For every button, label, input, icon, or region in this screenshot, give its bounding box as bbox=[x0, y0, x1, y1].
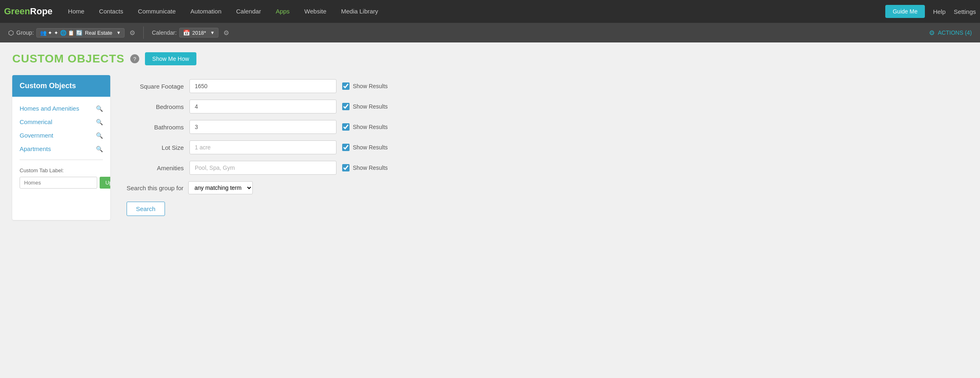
toolbar-divider bbox=[143, 27, 144, 39]
nav-help[interactable]: Help bbox=[933, 8, 946, 15]
checkbox-wrap-bedrooms[interactable]: Show Results bbox=[342, 103, 388, 110]
page-title: CUSTOM OBJECTS bbox=[12, 52, 125, 65]
nav-communicate[interactable]: Communicate bbox=[131, 0, 183, 23]
show-results-label-amenities: Show Results bbox=[353, 165, 388, 171]
sidebar-item-homes[interactable]: Homes and Amenities 🔍 bbox=[12, 102, 110, 115]
form-row-amenities: Amenities Show Results bbox=[127, 161, 960, 175]
sidebar-items: Homes and Amenities 🔍 Commerical 🔍 Gover… bbox=[12, 97, 110, 200]
show-me-how-button[interactable]: Show Me How bbox=[145, 52, 196, 65]
main-layout: Custom Objects Homes and Amenities 🔍 Com… bbox=[12, 75, 968, 220]
logo[interactable]: GreenRope bbox=[4, 6, 53, 17]
nav-apps[interactable]: Apps bbox=[268, 0, 297, 23]
label-bedrooms: Bedrooms bbox=[127, 103, 184, 110]
sidebar-search-icon-apartments: 🔍 bbox=[96, 146, 103, 152]
custom-tab-label: Custom Tab Label: bbox=[20, 167, 103, 173]
group-nodes-icon: ⬡ bbox=[8, 29, 14, 37]
search-group-label: Search this group for bbox=[127, 185, 183, 191]
checkbox-lot-size[interactable] bbox=[342, 144, 350, 151]
custom-tab-row: Update bbox=[20, 177, 103, 189]
show-results-label-bedrooms: Show Results bbox=[353, 103, 388, 110]
sidebar: Custom Objects Homes and Amenities 🔍 Com… bbox=[12, 75, 110, 220]
group-label: Group: bbox=[16, 29, 34, 36]
input-square-footage[interactable] bbox=[189, 79, 336, 93]
sidebar-search-icon-homes: 🔍 bbox=[96, 105, 103, 112]
checkbox-wrap-amenities[interactable]: Show Results bbox=[342, 164, 388, 171]
sidebar-divider bbox=[20, 160, 103, 160]
group-icons: 👥 ✦ ✦ 🌐 📋 🔄 bbox=[40, 30, 82, 36]
show-results-label-bathrooms: Show Results bbox=[353, 124, 388, 130]
form-row-bedrooms: Bedrooms Show Results bbox=[127, 100, 960, 113]
label-lot-size: Lot Size bbox=[127, 144, 184, 151]
actions-gear-icon: ⚙ bbox=[929, 29, 935, 37]
calendar-select[interactable]: 📅 2018* ▼ bbox=[179, 28, 218, 38]
form-row-square-footage: Square Footage Show Results bbox=[127, 79, 960, 93]
calendar-label: Calendar: bbox=[152, 29, 177, 36]
custom-tab-section: Custom Tab Label: Update bbox=[12, 164, 110, 195]
group-selector-wrap: ⬡ Group: 👥 ✦ ✦ 🌐 📋 🔄 Real Estate ▼ ⚙ bbox=[8, 28, 135, 38]
form-row-lot-size: Lot Size Show Results bbox=[127, 140, 960, 154]
custom-tab-input[interactable] bbox=[20, 177, 97, 189]
nav-website[interactable]: Website bbox=[297, 0, 334, 23]
form-row-bathrooms: Bathrooms Show Results bbox=[127, 120, 960, 134]
checkbox-bathrooms[interactable] bbox=[342, 123, 350, 131]
nav-right: Help Settings bbox=[933, 8, 976, 15]
nav-settings[interactable]: Settings bbox=[954, 8, 976, 15]
actions-label: ACTIONS (4) bbox=[938, 29, 972, 36]
group-chevron-icon: ▼ bbox=[116, 30, 121, 35]
checkbox-bedrooms[interactable] bbox=[342, 103, 350, 110]
sidebar-item-government-label: Government bbox=[20, 132, 53, 139]
sidebar-header: Custom Objects bbox=[12, 75, 110, 97]
sidebar-item-apartments-label: Apartments bbox=[20, 145, 51, 152]
sidebar-item-commerical[interactable]: Commerical 🔍 bbox=[12, 115, 110, 129]
show-results-label-lot-size: Show Results bbox=[353, 144, 388, 151]
input-bathrooms[interactable] bbox=[189, 120, 336, 134]
group-select[interactable]: 👥 ✦ ✦ 🌐 📋 🔄 Real Estate ▼ bbox=[36, 28, 125, 38]
checkbox-wrap-bathrooms[interactable]: Show Results bbox=[342, 123, 388, 131]
nav-home[interactable]: Home bbox=[61, 0, 92, 23]
nav-calendar[interactable]: Calendar bbox=[229, 0, 268, 23]
checkbox-wrap-square-footage[interactable]: Show Results bbox=[342, 82, 388, 90]
guide-me-button[interactable]: Guide Me bbox=[885, 5, 925, 18]
actions-button[interactable]: ⚙ ACTIONS (4) bbox=[929, 29, 972, 37]
update-button[interactable]: Update bbox=[100, 177, 110, 189]
checkbox-amenities[interactable] bbox=[342, 164, 350, 171]
label-amenities: Amenities bbox=[127, 165, 184, 171]
main-form: Square Footage Show Results Bedrooms Sho… bbox=[118, 75, 968, 220]
search-button[interactable]: Search bbox=[127, 202, 165, 216]
sidebar-item-homes-label: Homes and Amenities bbox=[20, 105, 79, 112]
group-gear-icon[interactable]: ⚙ bbox=[129, 29, 135, 37]
calendar-chevron-icon: ▼ bbox=[210, 30, 215, 35]
calendar-value: 2018* bbox=[192, 30, 206, 36]
toolbar: ⬡ Group: 👥 ✦ ✦ 🌐 📋 🔄 Real Estate ▼ ⚙ Cal… bbox=[0, 23, 980, 42]
input-lot-size[interactable] bbox=[189, 140, 336, 154]
logo-text: GreenRope bbox=[4, 6, 53, 17]
sidebar-search-icon-commerical: 🔍 bbox=[96, 119, 103, 125]
page-header: CUSTOM OBJECTS ? Show Me How bbox=[12, 52, 968, 65]
checkbox-square-footage[interactable] bbox=[342, 82, 350, 90]
calendar-gear-icon[interactable]: ⚙ bbox=[223, 29, 229, 37]
nav-contacts[interactable]: Contacts bbox=[92, 0, 131, 23]
nav-media-library[interactable]: Media Library bbox=[334, 0, 385, 23]
calendar-icon: 📅 bbox=[183, 29, 190, 36]
show-results-label-square-footage: Show Results bbox=[353, 83, 388, 89]
input-bedrooms[interactable] bbox=[189, 100, 336, 113]
page-content: CUSTOM OBJECTS ? Show Me How Custom Obje… bbox=[0, 42, 980, 230]
checkbox-wrap-lot-size[interactable]: Show Results bbox=[342, 144, 388, 151]
sidebar-item-government[interactable]: Government 🔍 bbox=[12, 129, 110, 142]
top-navigation: GreenRope Home Contacts Communicate Auto… bbox=[0, 0, 980, 23]
search-group-row: Search this group for any matching term … bbox=[127, 181, 960, 194]
nav-automation[interactable]: Automation bbox=[183, 0, 229, 23]
group-value: Real Estate bbox=[85, 30, 112, 36]
sidebar-item-commerical-label: Commerical bbox=[20, 118, 52, 125]
help-circle-icon[interactable]: ? bbox=[130, 54, 139, 63]
nav-links: Home Contacts Communicate Automation Cal… bbox=[61, 0, 886, 23]
sidebar-search-icon-government: 🔍 bbox=[96, 132, 103, 139]
input-amenities[interactable] bbox=[189, 161, 336, 175]
label-square-footage: Square Footage bbox=[127, 83, 184, 90]
calendar-selector-wrap: Calendar: 📅 2018* ▼ ⚙ bbox=[152, 28, 229, 38]
matching-term-select[interactable]: any matching term all matching terms bbox=[188, 181, 253, 194]
label-bathrooms: Bathrooms bbox=[127, 124, 184, 131]
sidebar-item-apartments[interactable]: Apartments 🔍 bbox=[12, 142, 110, 156]
